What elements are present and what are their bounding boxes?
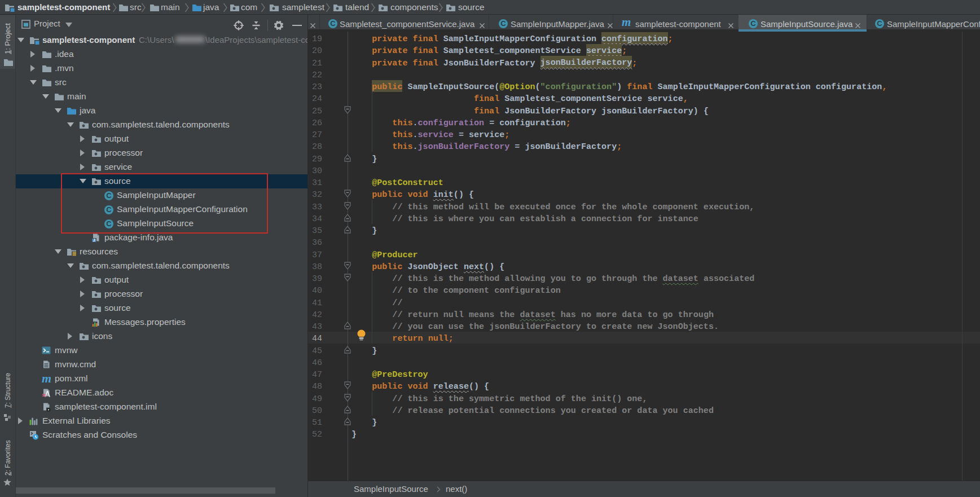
- svg-text:C: C: [877, 19, 882, 28]
- svg-text:C: C: [500, 19, 506, 28]
- svg-text:C: C: [750, 19, 756, 28]
- svg-text:J: J: [93, 238, 95, 242]
- svg-text:C: C: [330, 19, 336, 28]
